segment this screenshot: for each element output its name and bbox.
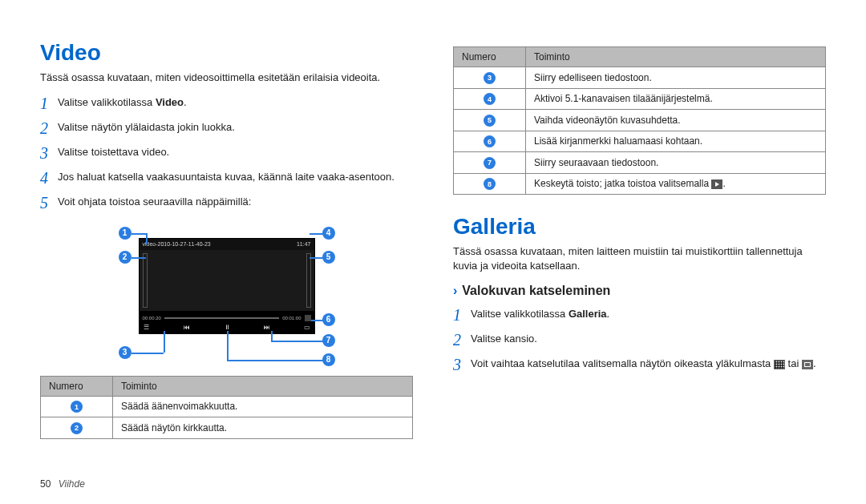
step-number: 4 <box>40 167 58 189</box>
row-number-icon: 2 <box>71 422 83 434</box>
callout-3: 3 <box>119 346 132 359</box>
next-icon: ⏭ <box>263 324 271 332</box>
galleria-intro: Tässä osassa kuvataan, miten laitteen mu… <box>453 244 826 272</box>
callout-7: 7 <box>322 334 335 347</box>
grid-view-icon <box>774 360 785 369</box>
heading-video: Video <box>40 40 413 66</box>
prev-icon: ⏮ <box>183 324 191 332</box>
row-text: Säädä äänenvoimakkuutta. <box>113 396 413 417</box>
row-text: Lisää kirjanmerkki haluamaasi kohtaan. <box>526 131 826 152</box>
step-text: Valitse kansio. <box>471 329 537 346</box>
callout-6: 6 <box>322 313 335 326</box>
g-step-3: 3 Voit vaihtaa katselutilaa valitsemalla… <box>453 354 826 376</box>
callout-2: 2 <box>119 251 132 264</box>
video-intro: Tässä osassa kuvataan, miten videosoitti… <box>40 71 413 85</box>
page-footer: 50 Viihde <box>40 478 85 490</box>
table-row: 6 Lisää kirjanmerkki haluamaasi kohtaan. <box>454 131 826 152</box>
aspect-icon: ▭ <box>303 324 311 332</box>
row-number-icon: 5 <box>484 115 496 127</box>
table-row: 8 Keskeytä toisto; jatka toistoa valitse… <box>454 173 826 195</box>
video-filename: video-2010-10-27-11-40-23 <box>143 241 211 247</box>
row-number-icon: 7 <box>484 157 496 169</box>
g-step-2: 2 Valitse kansio. <box>453 329 826 351</box>
th-number: Numero <box>41 376 113 396</box>
step-2: 2 Valitse näytön ylälaidasta jokin luokk… <box>40 118 413 139</box>
row-number-icon: 8 <box>484 178 496 190</box>
video-player: video-2010-10-27-11-40-23 11:47 00:00:20… <box>139 238 315 334</box>
step-text: Valitse näytön ylälaidasta jokin luokka. <box>58 118 235 135</box>
table-row: 1 Säädä äänenvoimakkuutta. <box>41 396 413 417</box>
callout-5: 5 <box>322 251 335 264</box>
step-text: Valitse valikkotilassa Galleria. <box>471 304 609 321</box>
brightness-slider <box>306 253 311 308</box>
row-number-icon: 4 <box>484 93 496 105</box>
left-table: Numero Toiminto 1 Säädä äänenvoimakkuutt… <box>40 376 413 439</box>
row-text: Säädä näytön kirkkautta. <box>113 417 413 439</box>
table-row: 7 Siirry seuraavaan tiedostoon. <box>454 152 826 174</box>
bookmark-icon <box>305 315 311 321</box>
seek-track <box>164 317 279 319</box>
step-4: 4 Jos haluat katsella vaakasuuntaista ku… <box>40 167 413 189</box>
step-number: 1 <box>40 93 58 115</box>
callout-8: 8 <box>322 353 335 366</box>
play-icon <box>711 179 722 189</box>
surround-icon: ☰ <box>143 324 151 332</box>
callout-1: 1 <box>119 227 132 240</box>
section-name: Viihde <box>59 478 85 490</box>
chevron-right-icon: › <box>453 284 457 298</box>
row-number-icon: 6 <box>484 135 496 147</box>
time-elapsed: 00:00:20 <box>143 316 161 321</box>
step-text: Jos haluat katsella vaakasuuntaista kuva… <box>58 167 395 184</box>
row-text: Vaihda videonäytön kuvasuhdetta. <box>526 110 826 131</box>
card-view-icon <box>802 360 813 369</box>
time-total: 00:01:00 <box>282 316 301 321</box>
row-text: Keskeytä toisto; jatka toistoa valitsema… <box>526 173 826 195</box>
video-clock: 11:47 <box>297 241 311 247</box>
table-row: 3 Siirry edelliseen tiedostoon. <box>454 67 826 89</box>
row-number-icon: 3 <box>484 72 496 84</box>
g-step-1: 1 Valitse valikkotilassa Galleria. <box>453 304 826 326</box>
th-function: Toiminto <box>526 47 826 67</box>
step-text: Voit vaihtaa katselutilaa valitsemalla n… <box>471 354 816 371</box>
subheading-text: Valokuvan katseleminen <box>462 284 610 298</box>
step-text: Voit ohjata toistoa seuraavilla näppäimi… <box>58 192 251 209</box>
step-number: 5 <box>40 192 58 214</box>
row-text: Siirry edelliseen tiedostoon. <box>526 67 826 89</box>
step-number: 3 <box>453 354 471 376</box>
step-1: 1 Valitse valikkotilassa Video. <box>40 93 413 115</box>
volume-slider <box>143 253 148 308</box>
row-text: Siirry seuraavaan tiedostoon. <box>526 152 826 174</box>
step-number: 2 <box>453 329 471 351</box>
callout-4: 4 <box>322 227 335 240</box>
step-3: 3 Valitse toistettava video. <box>40 143 413 164</box>
step-number: 2 <box>40 118 58 139</box>
table-row: 4 Aktivoi 5.1-kanavaisen tilaäänijärjest… <box>454 88 826 110</box>
row-text: Aktivoi 5.1-kanavaisen tilaäänijärjestel… <box>526 88 826 110</box>
step-number: 3 <box>40 143 58 164</box>
subheading: › Valokuvan katseleminen <box>453 284 826 298</box>
th-function: Toiminto <box>113 376 413 396</box>
table-row: 2 Säädä näytön kirkkautta. <box>41 417 413 439</box>
video-player-diagram: video-2010-10-27-11-40-23 11:47 00:00:20… <box>103 222 351 366</box>
right-table: Numero Toiminto 3 Siirry edelliseen tied… <box>453 46 826 195</box>
page-number: 50 <box>40 478 51 490</box>
step-text: Valitse valikkotilassa Video. <box>58 93 187 110</box>
step-number: 1 <box>453 304 471 326</box>
table-row: 5 Vaihda videonäytön kuvasuhdetta. <box>454 110 826 131</box>
step-5: 5 Voit ohjata toistoa seuraavilla näppäi… <box>40 192 413 214</box>
row-number-icon: 1 <box>71 401 83 413</box>
heading-galleria: Galleria <box>453 214 826 240</box>
th-number: Numero <box>454 47 526 67</box>
step-text: Valitse toistettava video. <box>58 143 169 159</box>
